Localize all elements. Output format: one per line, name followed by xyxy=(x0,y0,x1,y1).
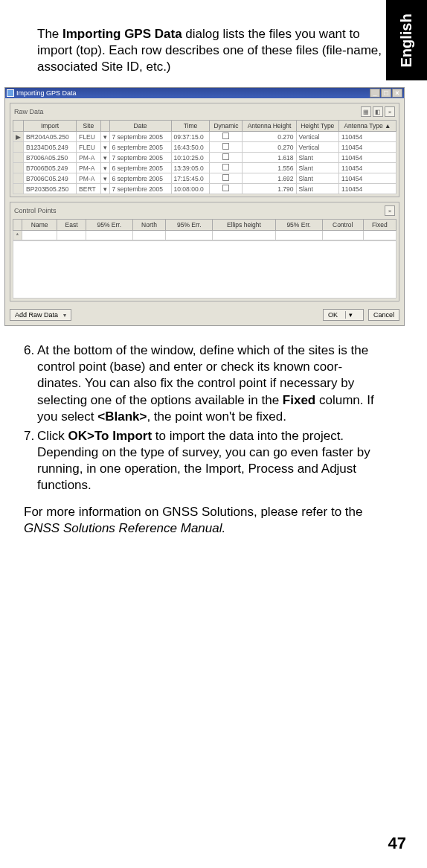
toolbar-icon-1[interactable]: ▦ xyxy=(361,106,371,117)
col-time[interactable]: Time xyxy=(171,121,210,132)
control-points-header-row: Name East 95% Err. North 95% Err. Ellips… xyxy=(13,220,396,231)
control-points-toolbar: × xyxy=(385,205,395,216)
titlebar: Importing GPS Data _ □ × xyxy=(5,88,404,98)
cp-col-ellips[interactable]: Ellips height xyxy=(213,220,275,231)
closing-text: For more information on GNSS Solutions, … xyxy=(24,505,362,519)
control-points-empty-row[interactable]: * xyxy=(13,231,396,240)
page-content: The Importing GPS Data dialog lists the … xyxy=(24,26,382,537)
add-raw-data-button[interactable]: Add Raw Data xyxy=(10,309,71,321)
col-selector xyxy=(13,121,24,132)
control-points-body xyxy=(13,240,396,299)
language-tab-label: English xyxy=(398,13,415,67)
window-title: Importing GPS Data xyxy=(16,89,77,97)
step-7-okimport: OK>To Import xyxy=(68,429,152,443)
control-points-label: Control Points xyxy=(14,207,57,214)
restore-button[interactable]: □ xyxy=(381,89,391,98)
table-row[interactable]: BP203B05.250BERT▾7 septembre 200510:08:0… xyxy=(13,184,396,194)
table-row[interactable]: B7006A05.250PM-A▾7 septembre 200510:10:2… xyxy=(13,153,396,163)
step-6-t3: , the point won't be fixed. xyxy=(147,409,286,424)
col-site-dropdown[interactable] xyxy=(100,121,109,132)
step-6-fixed: Fixed xyxy=(283,393,315,407)
dialog-footer: Add Raw Data OK ▾ Cancel xyxy=(5,306,404,325)
table-row[interactable]: ▶BR204A05.250FLEU▾7 septembre 200509:37:… xyxy=(13,132,396,142)
raw-data-table: Import Site Date Time Dynamic Antenna He… xyxy=(13,120,396,194)
cancel-button[interactable]: Cancel xyxy=(368,309,399,321)
raw-data-header: Raw Data ▦ ◧ × xyxy=(13,106,396,120)
control-points-header: Control Points × xyxy=(13,205,396,219)
add-raw-data-label: Add Raw Data xyxy=(15,311,58,319)
col-import[interactable]: Import xyxy=(24,121,77,132)
app-icon xyxy=(7,89,14,97)
intro-paragraph: The Importing GPS Data dialog lists the … xyxy=(37,26,382,75)
step-6-text: At the bottom of the window, define whic… xyxy=(37,342,382,424)
ok-dropdown-icon[interactable]: ▾ xyxy=(345,311,353,319)
step-7: 7. Click OK>To Import to import the data… xyxy=(24,428,382,494)
col-antenna-type[interactable]: Antenna Type ▲ xyxy=(338,121,396,132)
control-points-rows: * xyxy=(13,231,396,240)
step-list: 6. At the bottom of the window, define w… xyxy=(24,342,382,494)
cp-col-fixed[interactable]: Fixed xyxy=(363,220,396,231)
cp-col-selector xyxy=(13,220,22,231)
col-date[interactable]: Date xyxy=(109,121,171,132)
col-antenna-height[interactable]: Antenna Height xyxy=(243,121,296,132)
raw-data-panel: Raw Data ▦ ◧ × Import Site D xyxy=(10,103,399,197)
close-button[interactable]: × xyxy=(392,89,402,98)
step-6: 6. At the bottom of the window, define w… xyxy=(24,342,382,424)
closing-manual-name: GNSS Solutions Reference Manual. xyxy=(24,521,225,535)
step-7-text: Click OK>To Import to import the data in… xyxy=(37,428,382,494)
table-row[interactable]: B1234D05.249FLEU▾6 septembre 200516:43:5… xyxy=(13,142,396,153)
control-points-panel: Control Points × Name East 95% Err. Nort… xyxy=(10,202,399,301)
raw-data-toolbar: ▦ ◧ × xyxy=(361,106,395,117)
intro-dialog-name: Importing GPS Data xyxy=(62,27,182,41)
cp-col-east[interactable]: East xyxy=(57,220,86,231)
closing-paragraph: For more information on GNSS Solutions, … xyxy=(24,504,382,537)
close-panel-icon[interactable]: × xyxy=(385,106,395,117)
col-height-type[interactable]: Height Type xyxy=(296,121,338,132)
cp-col-err2[interactable]: 95% Err. xyxy=(166,220,213,231)
window-buttons: _ □ × xyxy=(370,89,402,98)
control-points-thead: Name East 95% Err. North 95% Err. Ellips… xyxy=(13,220,396,231)
cp-col-err3[interactable]: 95% Err. xyxy=(275,220,322,231)
footer-right-buttons: OK ▾ Cancel xyxy=(323,309,399,321)
toolbar-icon-2[interactable]: ◧ xyxy=(373,106,383,117)
col-dynamic[interactable]: Dynamic xyxy=(210,121,243,132)
raw-data-header-row: Import Site Date Time Dynamic Antenna He… xyxy=(13,121,396,132)
step-6-number: 6. xyxy=(24,342,37,424)
cancel-label: Cancel xyxy=(373,311,394,319)
raw-data-rows: ▶BR204A05.250FLEU▾7 septembre 200509:37:… xyxy=(13,132,396,194)
dialog-screenshot: Importing GPS Data _ □ × Raw Data ▦ ◧ × xyxy=(4,87,405,326)
cp-col-err1[interactable]: 95% Err. xyxy=(86,220,132,231)
raw-data-label: Raw Data xyxy=(14,108,44,115)
cp-col-north[interactable]: North xyxy=(132,220,165,231)
dialog-window: Importing GPS Data _ □ × Raw Data ▦ ◧ × xyxy=(4,87,405,326)
raw-data-thead: Import Site Date Time Dynamic Antenna He… xyxy=(13,121,396,132)
page-number: 47 xyxy=(388,834,406,853)
minimize-button[interactable]: _ xyxy=(370,89,380,98)
ok-button[interactable]: OK ▾ xyxy=(323,309,364,321)
step-6-blank: <Blank> xyxy=(97,409,147,424)
ok-label: OK xyxy=(328,311,338,319)
col-site[interactable]: Site xyxy=(77,121,100,132)
step-7-number: 7. xyxy=(24,428,37,494)
table-row[interactable]: B7006C05.249PM-A▾6 septembre 200517:15:4… xyxy=(13,173,396,184)
cp-col-control[interactable]: Control xyxy=(322,220,363,231)
titlebar-left: Importing GPS Data xyxy=(7,89,77,97)
control-points-table: Name East 95% Err. North 95% Err. Ellips… xyxy=(13,219,396,240)
intro-text-prefix: The xyxy=(37,27,62,41)
cp-col-name[interactable]: Name xyxy=(22,220,57,231)
close-panel-icon[interactable]: × xyxy=(385,205,395,216)
step-7-t1: Click xyxy=(37,429,68,443)
language-tab: English xyxy=(386,0,427,80)
table-row[interactable]: B7006B05.249PM-A▾6 septembre 200513:39:0… xyxy=(13,163,396,173)
